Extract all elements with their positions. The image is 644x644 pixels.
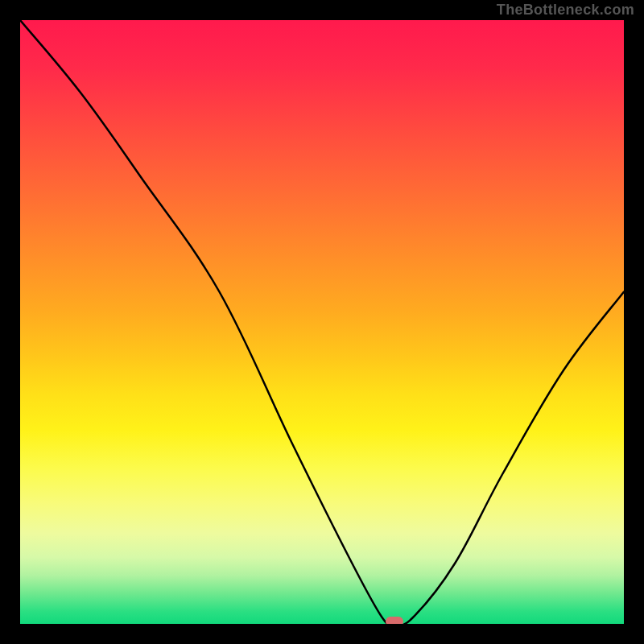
watermark-text: TheBottleneck.com — [497, 2, 634, 19]
bottleneck-curve — [20, 20, 624, 624]
plot-area — [20, 20, 624, 624]
optimum-marker — [386, 617, 403, 624]
curve-path — [20, 20, 624, 624]
chart-frame: TheBottleneck.com — [0, 0, 644, 644]
